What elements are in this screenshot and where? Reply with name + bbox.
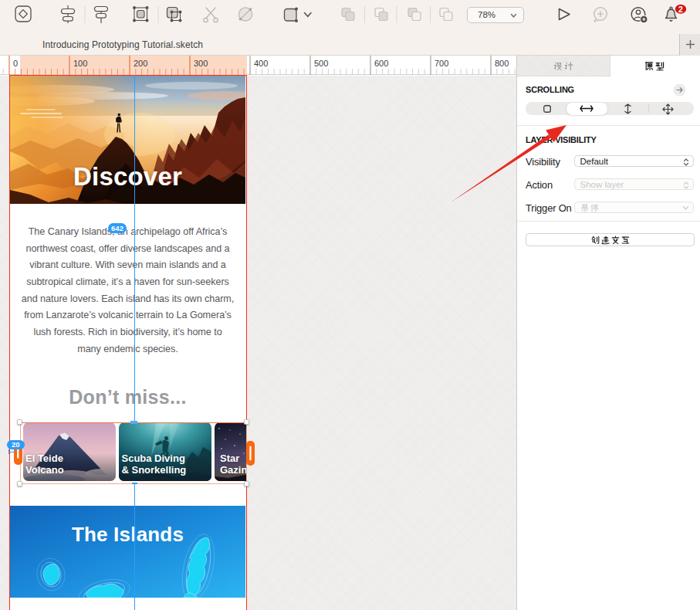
svg-text:0: 0 [13, 59, 18, 68]
svg-text:500: 500 [314, 59, 328, 68]
svg-text:200: 200 [134, 59, 147, 68]
svg-text:700: 700 [435, 59, 448, 68]
svg-text:100: 100 [73, 59, 87, 68]
svg-text:2: 2 [678, 5, 683, 14]
svg-text:600: 600 [374, 59, 388, 68]
svg-text:400: 400 [254, 59, 268, 68]
svg-text:800: 800 [495, 59, 509, 68]
svg-text:300: 300 [194, 59, 208, 68]
